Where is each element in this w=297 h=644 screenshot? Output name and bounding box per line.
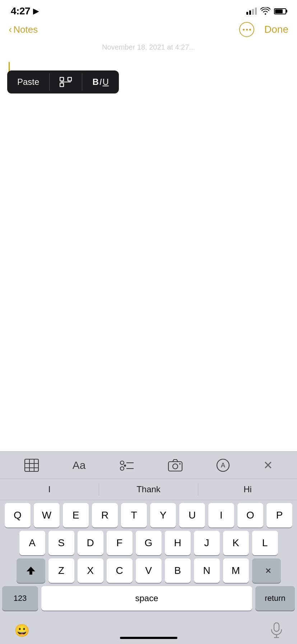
- key-row-2: A S D F G H J K L: [2, 531, 295, 555]
- key-q[interactable]: Q: [5, 503, 31, 527]
- predictive-bar: I Thank Hi: [0, 479, 297, 500]
- svg-point-11: [124, 465, 126, 467]
- format-button[interactable]: BIU: [82, 70, 119, 93]
- key-j[interactable]: J: [194, 531, 220, 555]
- chevron-left-icon: ‹: [9, 24, 12, 35]
- key-x[interactable]: X: [78, 558, 103, 583]
- key-g[interactable]: G: [136, 531, 162, 555]
- table-toolbar-button[interactable]: [24, 458, 39, 472]
- key-y[interactable]: Y: [150, 503, 176, 527]
- note-content-area[interactable]: November 18, 2021 at 4:27... Paste BIU: [0, 40, 297, 342]
- space-key[interactable]: space: [41, 586, 252, 611]
- key-h[interactable]: H: [165, 531, 191, 555]
- more-button[interactable]: [239, 22, 254, 37]
- svg-point-9: [120, 461, 124, 465]
- nav-right-actions: Done: [239, 22, 288, 37]
- svg-rect-14: [168, 462, 182, 471]
- italic-label: I: [99, 77, 102, 87]
- key-z[interactable]: Z: [48, 558, 74, 583]
- bold-label: B: [92, 77, 98, 87]
- return-key[interactable]: return: [255, 586, 295, 611]
- key-l[interactable]: L: [252, 531, 278, 555]
- key-t[interactable]: T: [121, 503, 147, 527]
- svg-point-10: [120, 467, 124, 470]
- svg-rect-2: [60, 83, 64, 87]
- context-menu: Paste BIU: [7, 70, 119, 93]
- back-button[interactable]: ‹ Notes: [9, 24, 38, 35]
- numbers-key[interactable]: 123: [2, 586, 38, 611]
- font-toolbar-button[interactable]: Aa: [73, 459, 86, 471]
- key-c[interactable]: C: [107, 558, 133, 583]
- signal-icon: [246, 8, 257, 15]
- font-label: Aa: [73, 459, 86, 471]
- svg-point-16: [179, 463, 181, 465]
- key-w[interactable]: W: [34, 503, 60, 527]
- key-d[interactable]: D: [78, 531, 103, 555]
- keyboard-toolbar: Aa A ✕: [0, 451, 297, 479]
- mic-button[interactable]: [270, 622, 283, 638]
- shift-key[interactable]: [17, 558, 45, 583]
- key-b[interactable]: B: [165, 558, 191, 583]
- keyboard-keys: Q W E R T Y U I O P A S D F G H J K L: [0, 500, 297, 615]
- key-u[interactable]: U: [179, 503, 205, 527]
- bottom-bar: 😀: [0, 615, 297, 644]
- svg-text:A: A: [221, 462, 225, 469]
- scan-button[interactable]: [50, 70, 82, 93]
- list-toolbar-button[interactable]: [119, 458, 134, 472]
- home-indicator: [120, 637, 177, 639]
- key-a[interactable]: A: [19, 531, 45, 555]
- key-s[interactable]: S: [48, 531, 74, 555]
- svg-rect-0: [60, 77, 64, 81]
- close-icon: ✕: [263, 458, 273, 472]
- pen-toolbar-button[interactable]: A: [216, 458, 230, 472]
- key-i[interactable]: I: [208, 503, 234, 527]
- ellipsis-icon: [243, 29, 251, 31]
- predictive-item-3[interactable]: Hi: [198, 479, 297, 500]
- key-row-3: Z X C V B N M: [2, 558, 295, 583]
- key-r[interactable]: R: [92, 503, 118, 527]
- location-icon: ▶: [33, 6, 39, 16]
- key-v[interactable]: V: [136, 558, 162, 583]
- svg-point-15: [173, 464, 178, 469]
- back-label: Notes: [13, 24, 38, 35]
- key-n[interactable]: N: [194, 558, 220, 583]
- svg-rect-1: [68, 77, 71, 81]
- key-f[interactable]: F: [107, 531, 133, 555]
- battery-icon: [274, 8, 286, 14]
- svg-rect-4: [25, 459, 38, 471]
- done-button[interactable]: Done: [264, 24, 288, 35]
- key-row-4: 123 space return: [2, 586, 295, 611]
- predictive-item-1[interactable]: I: [0, 479, 99, 500]
- key-k[interactable]: K: [223, 531, 249, 555]
- underline-label: U: [102, 77, 108, 87]
- wifi-icon: [260, 7, 270, 15]
- camera-toolbar-button[interactable]: [168, 459, 183, 472]
- note-date: November 18, 2021 at 4:27...: [9, 43, 288, 51]
- svg-rect-21: [274, 623, 279, 631]
- nav-bar: ‹ Notes Done: [0, 19, 297, 40]
- status-time: 4:27: [11, 5, 30, 17]
- key-o[interactable]: O: [237, 503, 263, 527]
- close-toolbar-button[interactable]: ✕: [263, 458, 273, 472]
- emoji-button[interactable]: 😀: [14, 623, 29, 638]
- status-bar: 4:27 ▶: [0, 0, 297, 19]
- keyboard-area: Aa A ✕: [0, 451, 297, 644]
- key-m[interactable]: M: [223, 558, 249, 583]
- delete-key[interactable]: [252, 558, 281, 583]
- paste-button[interactable]: Paste: [7, 70, 49, 93]
- predictive-item-2[interactable]: Thank: [99, 479, 198, 500]
- key-e[interactable]: E: [63, 503, 89, 527]
- key-row-1: Q W E R T Y U I O P: [2, 503, 295, 527]
- status-icons: [246, 7, 286, 15]
- key-p[interactable]: P: [266, 503, 292, 527]
